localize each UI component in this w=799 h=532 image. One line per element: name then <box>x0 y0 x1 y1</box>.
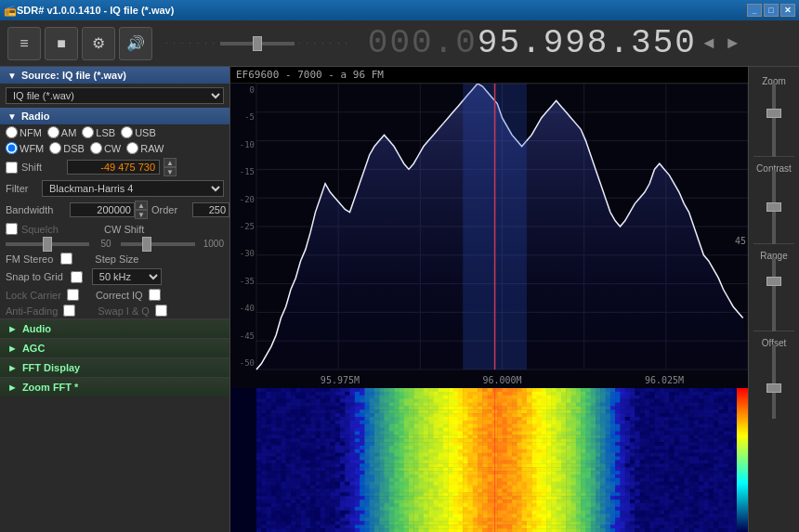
source-section-header[interactable]: ▼ Source: IQ file (*.wav) <box>0 67 229 84</box>
agc-section: ► AGC <box>0 338 229 357</box>
mode-usb[interactable]: USB <box>121 126 156 138</box>
cw-shift-label: CW Shift <box>104 224 144 235</box>
audio-arrow-icon: ► <box>7 323 18 334</box>
radio-section-header[interactable]: ▼ Radio <box>0 108 229 124</box>
mode-group-row1: NFM AM LSB USB <box>0 124 229 140</box>
range-slider-section: Range <box>749 246 799 329</box>
bandwidth-input[interactable] <box>70 202 135 217</box>
freq-slider-area: · · · · · · · · · · · · · · <box>165 39 349 47</box>
shift-checkbox[interactable] <box>6 162 18 174</box>
audio-button[interactable]: 🔊 <box>119 27 152 60</box>
agc-label: AGC <box>22 343 45 354</box>
zoom-fft-header[interactable]: ► Zoom FFT * <box>0 378 229 396</box>
freq-slider[interactable] <box>220 42 295 45</box>
anti-fading-label: Anti-Fading <box>6 305 58 317</box>
step-size-label: Step Size <box>95 253 138 265</box>
lock-carrier-checkbox[interactable] <box>67 289 79 301</box>
maximize-button[interactable]: □ <box>764 4 779 17</box>
spectrum-area[interactable]: 0 -5 -10 -15 -20 -25 -30 -35 -40 -45 -50… <box>230 84 748 388</box>
mode-cw[interactable]: CW <box>90 142 121 154</box>
spectrum-info: EF69600 - 7000 - a 96 FM <box>230 67 748 84</box>
minimize-button[interactable]: _ <box>747 4 762 17</box>
shift-down-btn[interactable]: ▼ <box>164 167 177 176</box>
contrast-slider[interactable] <box>772 170 776 244</box>
radio-arrow-icon: ▼ <box>7 111 17 122</box>
menu-button[interactable]: ≡ <box>7 27 41 60</box>
radio-label: Radio <box>21 110 50 122</box>
audio-header[interactable]: ► Audio <box>0 319 229 338</box>
mode-am[interactable]: AM <box>47 126 77 138</box>
contrast-slider-section: Contrast <box>749 159 799 241</box>
filter-select[interactable]: Blackman-Harris 4 <box>42 180 224 197</box>
sliders-panel: Zoom Contrast Range Offset <box>748 67 799 532</box>
bw-down-btn[interactable]: ▼ <box>135 210 148 219</box>
snap-to-grid-row: Snap to Grid 50 kHz <box>0 266 229 287</box>
snap-checkbox[interactable] <box>71 271 83 283</box>
waterfall-area[interactable] <box>230 388 748 532</box>
order-input[interactable] <box>192 202 229 217</box>
anti-fading-checkbox[interactable] <box>63 305 75 317</box>
bandwidth-label: Bandwidth <box>6 204 66 215</box>
freq-down-button[interactable]: ◄ <box>697 33 721 53</box>
shift-input[interactable] <box>67 160 160 175</box>
fft-section: ► FFT Display <box>0 357 229 377</box>
mode-group-row2: WFM DSB CW RAW <box>0 140 229 156</box>
slider-dots-left: · · · · · · · <box>165 39 216 47</box>
freq-up-button[interactable]: ► <box>721 33 745 53</box>
squelch-checkbox[interactable] <box>6 223 18 235</box>
shift-up-btn[interactable]: ▲ <box>164 158 177 167</box>
zoom-slider[interactable] <box>772 83 776 157</box>
mode-raw[interactable]: RAW <box>126 142 164 154</box>
spectrum-panel: EF69600 - 7000 - a 96 FM 0 -5 -10 -15 -2… <box>230 67 748 532</box>
zoom-fft-arrow-icon: ► <box>7 382 18 393</box>
audio-section: ► Audio <box>0 318 229 338</box>
mode-lsb[interactable]: LSB <box>82 126 115 138</box>
snap-select[interactable]: 50 kHz <box>92 268 162 285</box>
title-text: SDR# v1.0.0.1410 - IQ file (*.wav) <box>17 5 174 16</box>
filter-row: Filter Blackman-Harris 4 <box>0 178 229 199</box>
bw-up-btn[interactable]: ▲ <box>135 201 148 210</box>
title-bar: 📻 SDR# v1.0.0.1410 - IQ file (*.wav) _ □… <box>0 0 799 20</box>
main-area: ▼ Source: IQ file (*.wav) IQ file (*.wav… <box>0 67 799 532</box>
antifading-swap-row: Anti-Fading Swap I & Q <box>0 303 229 318</box>
lock-correct-row: Lock Carrier Correct IQ <box>0 287 229 303</box>
scale-value: 45 <box>735 236 746 246</box>
freq-dim-part: 000.0 <box>368 24 478 62</box>
bandwidth-spinbox: ▲ ▼ <box>70 201 148 219</box>
cw-shift-slider[interactable] <box>121 242 195 246</box>
stop-button[interactable]: ■ <box>45 27 78 60</box>
shift-label: Shift <box>21 162 63 173</box>
range-slider[interactable] <box>772 257 776 331</box>
agc-arrow-icon: ► <box>7 343 18 354</box>
source-select[interactable]: IQ file (*.wav) <box>6 87 224 104</box>
bandwidth-row: Bandwidth ▲ ▼ Order ▲ ▼ <box>0 199 229 221</box>
mode-wfm[interactable]: WFM <box>6 142 44 154</box>
spectrum-y-labels: 0 -5 -10 -15 -20 -25 -30 -35 -40 -45 -50 <box>230 84 256 370</box>
agc-header[interactable]: ► AGC <box>0 339 229 357</box>
offset-slider[interactable] <box>772 344 776 419</box>
squelch-label: Squelch <box>21 224 72 235</box>
slider-dots-right: · · · · · · · <box>298 39 349 47</box>
swap-iq-label: Swap I & Q <box>98 305 150 317</box>
mode-dsb[interactable]: DSB <box>49 142 85 154</box>
frequency-display: 000.095.998.350 <box>368 24 697 62</box>
source-arrow-icon: ▼ <box>7 71 17 81</box>
fm-stereo-label: FM Stereo <box>6 253 53 265</box>
close-button[interactable]: ✕ <box>780 4 795 17</box>
settings-button[interactable]: ⚙ <box>82 27 115 60</box>
left-panel: ▼ Source: IQ file (*.wav) IQ file (*.wav… <box>0 67 230 532</box>
snap-label: Snap to Grid <box>6 271 63 282</box>
lock-carrier-label: Lock Carrier <box>6 290 61 301</box>
fft-label: FFT Display <box>22 362 80 373</box>
correct-iq-checkbox[interactable] <box>149 289 161 301</box>
fft-arrow-icon: ► <box>7 362 18 373</box>
fft-header[interactable]: ► FFT Display <box>0 358 229 377</box>
order-label: Order <box>151 204 189 215</box>
order-spinbox: ▲ ▼ <box>192 201 230 219</box>
squelch-slider[interactable] <box>6 242 89 246</box>
squelch-val: 50 <box>93 239 111 249</box>
mode-nfm[interactable]: NFM <box>6 126 42 138</box>
fm-stereo-checkbox[interactable] <box>60 253 72 265</box>
audio-label: Audio <box>22 323 51 334</box>
swap-iq-checkbox[interactable] <box>155 305 167 317</box>
